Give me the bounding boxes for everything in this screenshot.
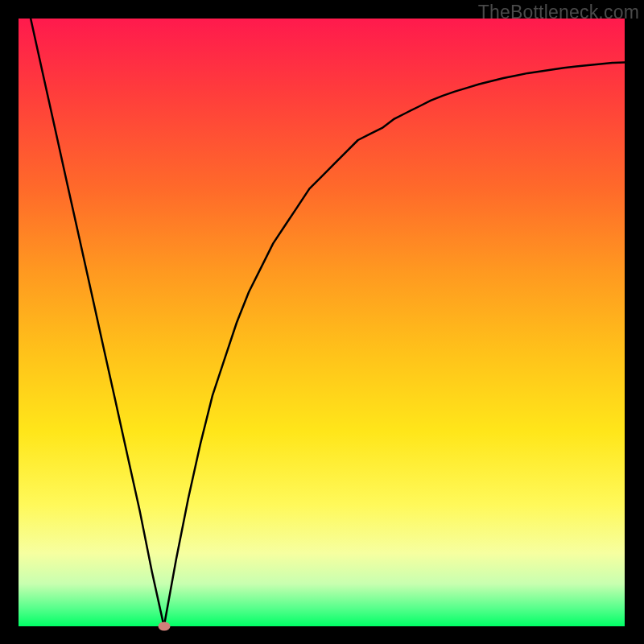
chart-stage: TheBottleneck.com [0, 0, 644, 644]
watermark-text: TheBottleneck.com [478, 2, 639, 23]
plot-area [19, 19, 625, 626]
curve-path [31, 19, 625, 626]
minimum-marker [158, 622, 170, 631]
bottleneck-curve [19, 19, 625, 626]
